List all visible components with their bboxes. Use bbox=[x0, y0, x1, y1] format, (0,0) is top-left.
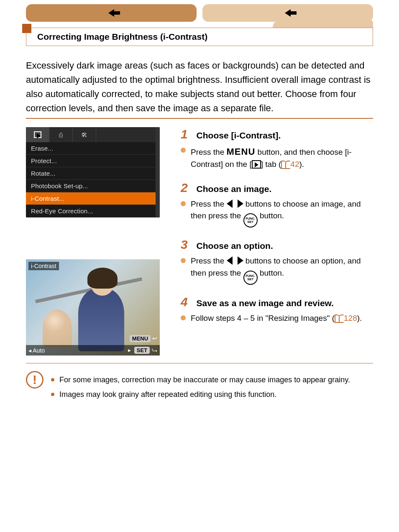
playback-icon bbox=[34, 131, 41, 138]
step-number: 2 bbox=[181, 181, 194, 195]
nav-back-secondary[interactable] bbox=[202, 4, 373, 22]
warning-text: Images may look grainy after repeated ed… bbox=[59, 389, 276, 400]
func-set-button-icon: FUNC.SET bbox=[243, 213, 258, 228]
divider bbox=[26, 363, 373, 363]
step-number: 3 bbox=[181, 238, 194, 252]
preview-mode: Auto bbox=[33, 347, 45, 354]
bullet-icon bbox=[181, 315, 186, 320]
camera-menu-scrollbar bbox=[156, 127, 160, 217]
preview-label: i-Contrast bbox=[28, 262, 59, 270]
camera-menu-screenshot: ⎙ 🛠 Erase... Protect... Rotate... Photob… bbox=[26, 127, 160, 217]
step-number: 1 bbox=[181, 127, 194, 141]
section-title: Correcting Image Brightness (i-Contrast) bbox=[37, 32, 207, 42]
step-body: Press the MENU button, and then choose [… bbox=[191, 145, 373, 171]
right-button-icon bbox=[238, 256, 243, 265]
warning-block: ! For some images, correction may be ina… bbox=[26, 371, 373, 400]
menu-item-protect: Protect... bbox=[26, 155, 156, 167]
menu-item-erase: Erase... bbox=[26, 142, 156, 155]
right-button-icon bbox=[238, 200, 243, 208]
step-title: Choose an option. bbox=[197, 241, 273, 251]
page-ref-icon bbox=[335, 315, 344, 322]
menu-item-rotate: Rotate... bbox=[26, 167, 156, 180]
arrow-left-icon bbox=[285, 9, 291, 17]
step-1: 1 Choose [i-Contrast]. Press the MENU bu… bbox=[181, 127, 373, 171]
step-body: Follow steps 4 – 5 in "Resizing Images" … bbox=[191, 312, 362, 325]
intro-text: Excessively dark image areas (such as fa… bbox=[26, 59, 373, 115]
bullet-icon bbox=[51, 393, 54, 396]
step-4: 4 Save as a new image and review. Follow… bbox=[181, 295, 373, 325]
step-body: Press the buttons to choose an option, a… bbox=[191, 255, 373, 285]
step-title: Choose [i-Contrast]. bbox=[197, 130, 281, 140]
camera-tab-tools: 🛠 bbox=[73, 127, 96, 142]
icontrast-preview: i-Contrast MENU ↩ ◂ Auto ▸ SET ⮑ bbox=[26, 259, 160, 356]
func-set-button-icon: FUNC.SET bbox=[243, 271, 258, 285]
section-header: Correcting Image Brightness (i-Contrast) bbox=[26, 28, 373, 46]
nav-back-primary[interactable] bbox=[26, 4, 197, 22]
preview-set-pill: SET bbox=[134, 347, 150, 354]
step-title: Save as a new image and review. bbox=[197, 298, 334, 308]
step-number: 4 bbox=[181, 295, 194, 309]
arrow-left-icon bbox=[108, 9, 114, 17]
section-marker-icon bbox=[22, 24, 31, 33]
page-ref[interactable]: 42 bbox=[290, 160, 299, 169]
camera-tab-playback bbox=[26, 127, 49, 142]
divider bbox=[26, 118, 373, 119]
step-3: 3 Choose an option. Press the buttons to… bbox=[181, 238, 373, 285]
menu-item-redeye: Red-Eye Correction... bbox=[26, 205, 156, 217]
menu-button-label: MENU bbox=[227, 146, 256, 157]
menu-item-icontrast: i-Contrast... bbox=[26, 192, 156, 205]
preview-menu-pill: MENU bbox=[130, 335, 151, 342]
playback-tab-icon bbox=[252, 160, 261, 169]
intro-paragraph: Excessively dark image areas (such as fa… bbox=[26, 60, 371, 113]
warning-text: For some images, correction may be inacc… bbox=[59, 374, 350, 386]
left-button-icon bbox=[227, 200, 233, 208]
camera-tab-print: ⎙ bbox=[49, 127, 73, 142]
bullet-icon bbox=[181, 148, 186, 153]
caution-icon: ! bbox=[26, 371, 43, 389]
step-2: 2 Choose an image. Press the buttons to … bbox=[181, 181, 373, 228]
step-title: Choose an image. bbox=[197, 184, 272, 194]
page-ref[interactable]: 128 bbox=[344, 314, 357, 322]
bullet-icon bbox=[181, 201, 186, 206]
bullet-icon bbox=[51, 378, 54, 381]
step-body: Press the buttons to choose an image, an… bbox=[191, 198, 373, 228]
menu-item-photobook: Photobook Set-up... bbox=[26, 180, 156, 192]
page-ref-icon bbox=[281, 161, 290, 168]
left-button-icon bbox=[227, 256, 233, 265]
bullet-icon bbox=[181, 258, 186, 263]
